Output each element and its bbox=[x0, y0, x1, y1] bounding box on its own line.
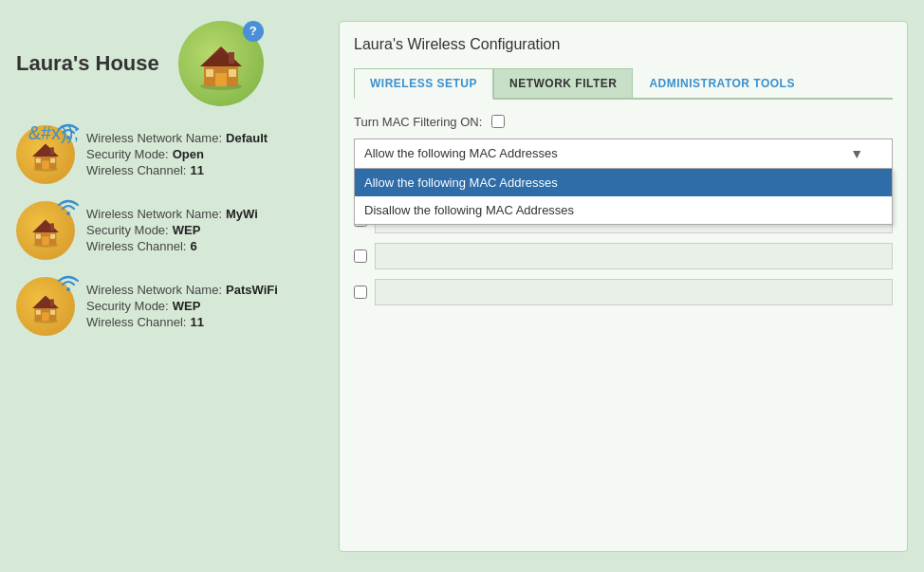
main-house-icon: ? bbox=[178, 21, 264, 106]
tab-wireless-setup[interactable]: WIRELESS SETUP bbox=[354, 68, 493, 100]
mac-mode-dropdown[interactable]: Allow the following MAC Addresses ▼ Allo… bbox=[354, 138, 893, 169]
dropdown-current-value: Allow the following MAC Addresses bbox=[364, 146, 558, 160]
mac-row-checkbox-3[interactable] bbox=[354, 286, 367, 299]
dropdown-options-list: Allow the following MAC Addresses Disall… bbox=[354, 169, 893, 225]
security-label-3: Security Mode: bbox=[86, 299, 169, 313]
svg-rect-28 bbox=[50, 309, 55, 314]
network-house-icon-3 bbox=[16, 277, 75, 336]
svg-rect-27 bbox=[36, 309, 41, 314]
svg-rect-2 bbox=[215, 73, 227, 86]
page-title: Laura's House bbox=[16, 51, 159, 76]
small-house-svg bbox=[28, 288, 64, 324]
panel-content: Turn MAC Filtering ON: Allow the followi… bbox=[354, 111, 893, 305]
svg-rect-19 bbox=[36, 233, 41, 238]
mac-address-input-2[interactable] bbox=[375, 243, 893, 269]
security-label-2: Security Mode: bbox=[86, 223, 169, 237]
mac-address-row-3 bbox=[354, 279, 893, 305]
svg-point-23 bbox=[66, 212, 70, 215]
wifi-signal-svg-2 bbox=[56, 197, 81, 216]
svg-rect-26 bbox=[42, 312, 49, 321]
tab-administrator-tools[interactable]: ADMINISTRATOR TOOLS bbox=[633, 68, 811, 98]
house-svg bbox=[193, 35, 249, 92]
name-value-2: MyWi bbox=[226, 207, 258, 221]
name-label-1: Wireless Network Name: bbox=[86, 131, 222, 145]
svg-marker-13 bbox=[32, 143, 59, 156]
svg-rect-14 bbox=[50, 147, 54, 155]
svg-rect-4 bbox=[229, 69, 236, 77]
mac-address-row-2 bbox=[354, 243, 893, 269]
security-value-1: Open bbox=[173, 147, 204, 161]
network-info-2: Wireless Network Name: MyWi Security Mod… bbox=[86, 207, 258, 253]
channel-label-1: Wireless Channel: bbox=[86, 163, 187, 177]
house-header: Laura's House bbox=[16, 21, 320, 106]
help-badge[interactable]: ? bbox=[243, 21, 264, 42]
right-panel: Laura's Wireless Configuration WIRELESS … bbox=[339, 21, 908, 552]
list-item: Wireless Network Name: PatsWiFi Security… bbox=[16, 277, 320, 336]
svg-rect-20 bbox=[50, 233, 55, 238]
svg-rect-3 bbox=[206, 69, 213, 77]
security-value-2: WEP bbox=[173, 223, 201, 237]
list-item: Wireless Network Name: MyWi Security Mod… bbox=[16, 201, 320, 260]
name-label-2: Wireless Network Name: bbox=[86, 207, 222, 221]
svg-rect-30 bbox=[50, 299, 54, 306]
svg-marker-21 bbox=[32, 219, 59, 231]
svg-point-15 bbox=[66, 136, 70, 139]
panel-title: Laura's Wireless Configuration bbox=[354, 36, 893, 53]
name-value-1: Default bbox=[226, 131, 268, 145]
svg-rect-12 bbox=[50, 157, 55, 162]
security-value-3: WEP bbox=[173, 299, 201, 313]
network-house-icon-1: &#x)); bbox=[16, 125, 75, 184]
channel-label-2: Wireless Channel: bbox=[86, 239, 187, 253]
left-panel: Laura's House bbox=[16, 21, 320, 552]
name-label-3: Wireless Network Name: bbox=[86, 283, 222, 297]
channel-value-3: 11 bbox=[191, 315, 204, 329]
svg-rect-10 bbox=[42, 160, 49, 169]
list-item: &#x)); Wireless Network Name: Default bbox=[16, 125, 320, 184]
network-info-3: Wireless Network Name: PatsWiFi Security… bbox=[86, 283, 278, 329]
svg-rect-22 bbox=[50, 223, 54, 231]
mac-filter-row: Turn MAC Filtering ON: bbox=[354, 115, 893, 129]
dropdown-option-disallow[interactable]: Disallow the following MAC Addresses bbox=[355, 196, 892, 224]
tab-network-filter[interactable]: NETWORK FILTER bbox=[493, 68, 633, 98]
network-house-icon-2 bbox=[16, 201, 75, 260]
svg-point-31 bbox=[66, 287, 70, 291]
wifi-signal-svg-1 bbox=[56, 121, 81, 140]
tab-bar: WIRELESS SETUP NETWORK FILTER ADMINISTRA… bbox=[354, 68, 893, 100]
channel-value-2: 6 bbox=[191, 239, 197, 253]
channel-value-1: 11 bbox=[191, 163, 204, 177]
small-house-svg bbox=[28, 212, 64, 249]
svg-rect-7 bbox=[229, 52, 234, 64]
mac-filter-checkbox[interactable] bbox=[491, 115, 505, 128]
wifi-signal-svg-3 bbox=[56, 273, 81, 292]
mac-address-input-3[interactable] bbox=[375, 279, 893, 305]
dropdown-option-allow[interactable]: Allow the following MAC Addresses bbox=[355, 169, 892, 196]
network-list: &#x)); Wireless Network Name: Default bbox=[16, 125, 320, 336]
mac-filter-label: Turn MAC Filtering ON: bbox=[354, 115, 482, 129]
svg-rect-11 bbox=[36, 157, 41, 162]
network-info-1: Wireless Network Name: Default Security … bbox=[86, 131, 268, 177]
dropdown-display[interactable]: Allow the following MAC Addresses ▼ bbox=[354, 138, 893, 169]
mac-row-checkbox-2[interactable] bbox=[354, 249, 367, 263]
channel-label-3: Wireless Channel: bbox=[86, 315, 187, 329]
chevron-down-icon: ▼ bbox=[850, 146, 863, 161]
security-label-1: Security Mode: bbox=[86, 147, 169, 161]
svg-marker-29 bbox=[32, 295, 59, 307]
svg-marker-6 bbox=[200, 50, 242, 66]
name-value-3: PatsWiFi bbox=[226, 283, 278, 297]
svg-rect-18 bbox=[42, 236, 49, 245]
